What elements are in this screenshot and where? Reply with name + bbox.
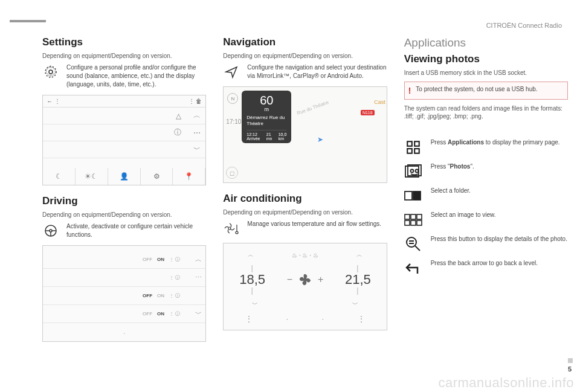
folder-select-icon <box>404 187 422 205</box>
settings-heading: Settings <box>42 36 206 48</box>
chevron-down-icon: ﹀ <box>195 309 202 318</box>
applications-heading: Applications <box>404 36 568 50</box>
navigation-heading: Navigation <box>223 36 387 48</box>
settings-screenshot: ← ⋮ ⋮ 🗑 △︿ ⓘ⋯ ﹀ ☾ ☀☾ 👤 ⚙ 📍 <box>42 95 206 185</box>
svg-rect-13 <box>407 149 412 153</box>
off-label: OFF <box>143 311 152 316</box>
svg-rect-14 <box>414 149 419 153</box>
plus-icon: + <box>318 274 323 285</box>
night-mode-icon: ☾ <box>43 168 76 185</box>
driving-heading: Driving <box>42 195 206 207</box>
svg-point-7 <box>228 227 231 230</box>
more-icon: ⋯ <box>193 129 201 137</box>
svg-rect-12 <box>414 141 419 146</box>
settings-desc: Configure a personal profile and/or conf… <box>66 63 206 89</box>
ac-screenshot: ︿ ♨ · ♨ · ♨ ︿ │ 18,5 │ − + │ <box>223 243 387 330</box>
header-title: CITROËN Connect Radio <box>486 22 562 29</box>
back-icon: ← ⋮ <box>47 98 60 104</box>
formats-text: The system can read folders and image fi… <box>404 104 568 120</box>
page-marker <box>568 358 573 363</box>
chevron-up-icon: ︿ <box>195 255 202 264</box>
fan-temperature-icon <box>223 220 240 237</box>
on-label: ON <box>157 257 164 262</box>
nav-eta-min-label: mn <box>266 137 272 141</box>
chevron-down-icon: ﹀ <box>352 300 358 309</box>
image-grid-icon <box>404 211 422 229</box>
svg-point-18 <box>415 170 418 173</box>
on-label: ON <box>157 293 164 298</box>
nav-guidance-card: 60 m Démarrez Rue du Théatre 12:12Arrivé… <box>242 91 291 143</box>
more-dots-icon: ⋯ <box>195 274 202 281</box>
magnify-details-icon <box>404 235 422 253</box>
nav-road-badge: N118 <box>361 110 375 115</box>
ac-desc: Manage various temperature and air flow … <box>247 220 381 228</box>
nav-distance-unit: m <box>246 106 286 112</box>
home-button-icon: ◻ <box>226 167 238 179</box>
page-number: 5 <box>568 365 572 373</box>
gear-small-icon: ⚙ <box>141 168 173 185</box>
step-photos-text: Press "Photos". <box>431 162 474 171</box>
steering-wheel-icon <box>42 222 59 239</box>
chevron-up-icon: ︿ <box>248 251 254 259</box>
nav-eta-time-label: Arrivée <box>246 137 260 141</box>
warning-text: To protect the system, do not use a USB … <box>416 86 537 92</box>
column-applications: Applications Viewing photos Insert a USB… <box>404 36 568 352</box>
compass-icon: N <box>227 93 238 104</box>
on-label: ON <box>157 311 164 316</box>
svg-rect-25 <box>411 220 416 225</box>
chevron-up-icon: ︿ <box>193 111 201 121</box>
location-pin-icon: 📍 <box>173 168 205 185</box>
step-apps-text: Press Applications to display the primar… <box>431 138 560 147</box>
viewing-photos-heading: Viewing photos <box>404 53 568 65</box>
nav-eta-time: 12:12 <box>246 132 257 137</box>
navigation-arrow-icon <box>223 63 240 80</box>
ac-heading: Air conditioning <box>223 193 387 205</box>
navigation-desc: Configure the navigation and select your… <box>247 63 387 80</box>
warning-box: ! To protect the system, do not use a US… <box>404 82 568 100</box>
nav-distance: 60 <box>246 94 286 106</box>
navigation-screenshot: N 17:10 ◻ 60 m Démarrez Rue du Théatre 1… <box>223 86 387 183</box>
step-image-text: Select an image to view. <box>431 211 496 219</box>
off-label: OFF <box>143 293 152 298</box>
svg-rect-26 <box>417 220 422 225</box>
insert-text: Insert a USB memory stick in the USB soc… <box>404 69 568 77</box>
watermark: carmanualsonline.info <box>438 375 574 391</box>
info-icon: ⓘ <box>174 127 181 138</box>
ac-temp-right: 21,5 <box>345 272 371 288</box>
minus-icon: − <box>287 274 292 285</box>
driving-sub: Depending on equipment/Depending on vers… <box>42 211 206 219</box>
airflow-icon: ♨ · ♨ · ♨ <box>292 252 318 259</box>
ac-sub: Depending on equipment/Depending on vers… <box>223 208 387 216</box>
svg-point-0 <box>49 70 53 74</box>
step-details-text: Press this button to display the details… <box>431 235 567 243</box>
nav-pointer-icon: ➤ <box>317 135 323 144</box>
driving-desc: Activate, deactivate or configure certai… <box>66 222 206 239</box>
svg-rect-21 <box>405 214 410 219</box>
chevron-down-icon: ﹀ <box>193 144 201 155</box>
chevron-up-icon: ︿ <box>356 251 362 259</box>
brightness-icon: ☀☾ <box>76 168 108 185</box>
nav-road-label: Rue du Théatre <box>296 100 329 116</box>
column-settings-driving: Settings Depending on equipment/Dependin… <box>42 36 206 352</box>
svg-rect-22 <box>411 214 416 219</box>
ac-temp-left: 18,5 <box>239 272 265 288</box>
fan-icon <box>298 273 312 286</box>
svg-point-27 <box>407 237 416 247</box>
gear-icon <box>42 63 59 80</box>
back-arrow-icon <box>404 259 422 277</box>
navigation-sub: Depending on equipment/Depending on vers… <box>223 52 387 60</box>
nav-destination: Démarrez Rue du Théatre <box>246 115 286 126</box>
nav-poi-label: Cast <box>374 99 385 105</box>
svg-rect-11 <box>407 141 412 146</box>
driving-screenshot: OFF ON ⋮ ⓘ ︿ ⋮ ⓘ ⋯ OFF ON ⋮ ⓘ OFF ON ⋮ ⓘ… <box>42 245 206 342</box>
svg-rect-23 <box>417 214 422 219</box>
nav-eta-min: 21 <box>266 132 271 137</box>
nav-clock: 17:10 <box>226 118 241 125</box>
warning-triangle-icon: △ <box>176 112 181 120</box>
nav-eta-km: 10,0 <box>279 132 287 137</box>
svg-rect-19 <box>405 191 412 200</box>
off-label: OFF <box>143 257 152 262</box>
profile-icon: 👤 <box>108 168 141 185</box>
trash-icon: ⋮ 🗑 <box>188 98 202 104</box>
warning-icon: ! <box>408 86 411 95</box>
